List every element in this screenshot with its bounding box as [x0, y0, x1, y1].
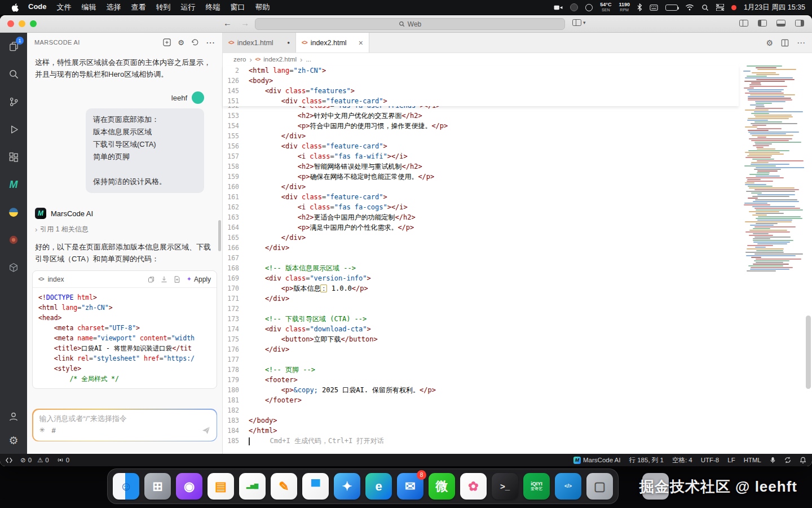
- dock-item-gray-app[interactable]: ▢: [586, 473, 613, 500]
- toggle-columns-icon[interactable]: [739, 20, 748, 27]
- copy-icon[interactable]: [148, 276, 155, 283]
- chat-settings-icon[interactable]: ⚙: [178, 38, 184, 47]
- code-line[interactable]: 181</footer>: [223, 395, 739, 405]
- camera-icon[interactable]: [554, 4, 563, 11]
- voice-icon[interactable]: [770, 457, 776, 464]
- reference-collapse[interactable]: › 引用 1 相关信息: [35, 225, 214, 234]
- code-line[interactable]: 155</div>: [223, 131, 739, 141]
- recording-indicator[interactable]: [731, 5, 736, 10]
- indentation[interactable]: 空格: 4: [672, 456, 692, 465]
- remote-indicator[interactable]: [6, 457, 12, 463]
- code-line[interactable]: <style>: [38, 364, 211, 374]
- package-ext-icon[interactable]: [7, 261, 20, 274]
- temperature-widget[interactable]: 54°C SEN: [600, 2, 611, 12]
- spotlight-search-icon[interactable]: [701, 4, 709, 11]
- dock-item-books[interactable]: ▤: [208, 473, 234, 500]
- sidebar-scrollbar[interactable]: [218, 220, 221, 251]
- code-line[interactable]: /* 全局样式 */: [38, 374, 211, 384]
- menu-item-6[interactable]: 运行: [176, 2, 201, 12]
- close-window-button[interactable]: [7, 20, 14, 27]
- bluetooth-icon[interactable]: [637, 3, 642, 11]
- dock-item-numbers[interactable]: ▂▅▇: [239, 473, 266, 500]
- forward-button[interactable]: →: [241, 18, 249, 28]
- dock-item-finder[interactable]: ☺: [113, 473, 139, 500]
- menu-item-7[interactable]: 终端: [201, 2, 226, 12]
- command-center-search[interactable]: Web: [255, 18, 565, 30]
- code-line[interactable]: 161<div class="feature-card">: [223, 192, 739, 202]
- encoding[interactable]: UTF-8: [701, 457, 720, 463]
- code-line[interactable]: 171</div>: [223, 294, 739, 304]
- dock-item-keynote[interactable]: ▀: [302, 473, 329, 500]
- toggle-sidebar-right-icon[interactable]: [795, 20, 804, 27]
- menu-item-4[interactable]: 查看: [126, 2, 151, 12]
- dock-item-safari[interactable]: ✦: [334, 473, 360, 500]
- code-line[interactable]: 126<body>: [223, 76, 739, 86]
- minimap[interactable]: [742, 65, 804, 279]
- code-line[interactable]: 179<footer>: [223, 375, 739, 385]
- back-button[interactable]: ←: [223, 18, 232, 28]
- code-line[interactable]: 154<p>符合中国用户的使用习惯，操作更便捷。</p>: [223, 121, 739, 131]
- code-line[interactable]: 151<div class="feature-card">: [223, 96, 739, 106]
- explorer-icon[interactable]: 1: [7, 40, 20, 53]
- code-line[interactable]: <title>口袋AI - 将世界知识装进口袋</tit: [38, 343, 211, 353]
- vertical-scrollbar[interactable]: [806, 316, 811, 389]
- minimize-window-button[interactable]: [19, 20, 25, 27]
- zoom-window-button[interactable]: [30, 20, 37, 27]
- drop-status-icon[interactable]: [585, 4, 593, 11]
- code-line[interactable]: 169<div class="version-info">: [223, 273, 739, 283]
- more-actions-icon[interactable]: ⋯: [797, 38, 805, 48]
- dock-item-edge[interactable]: e: [365, 473, 392, 500]
- insert-code-icon[interactable]: [161, 276, 167, 283]
- code-lines[interactable]: 152<i class="fas fa-user-friends"></i>15…: [223, 106, 739, 446]
- context-hash-button[interactable]: #: [52, 426, 56, 435]
- dock-item-iqiyi[interactable]: iQIYI爱奇艺: [523, 473, 550, 500]
- code-line[interactable]: 164<p>满足中国用户的个性化需求。</p>: [223, 222, 739, 233]
- python-icon[interactable]: [7, 205, 20, 219]
- vpn-status-icon[interactable]: [570, 3, 578, 11]
- menu-item-2[interactable]: 编辑: [77, 2, 102, 12]
- dock-item-photos[interactable]: ✿: [460, 473, 487, 500]
- code-line[interactable]: 172: [223, 304, 739, 314]
- database-ext-icon[interactable]: [7, 233, 20, 247]
- code-line[interactable]: 163<h2>更适合中国用户的功能定制</h2>: [223, 212, 739, 222]
- toggle-sidebar-left-icon[interactable]: [758, 20, 767, 27]
- code-line[interactable]: <meta name="viewport" content="width: [38, 333, 211, 343]
- code-line[interactable]: 162<i class="fas fa-cogs"></i>: [223, 202, 739, 212]
- bell-icon[interactable]: [800, 457, 806, 464]
- breadcrumb-folder[interactable]: zero: [233, 56, 246, 63]
- code-line[interactable]: 168<!-- 版本信息展示区域 -->: [223, 263, 739, 273]
- breadcrumb-symbol[interactable]: ...: [306, 56, 311, 63]
- history-icon[interactable]: [191, 38, 199, 46]
- tab-index2.html[interactable]: <>index2.html×: [296, 33, 369, 52]
- dock-item-wechat[interactable]: 微: [429, 473, 455, 500]
- code-line[interactable]: 184</html>: [223, 426, 739, 436]
- menu-item-9[interactable]: 帮助: [250, 2, 275, 12]
- ports-indicator[interactable]: 0: [57, 457, 69, 463]
- split-editor-icon[interactable]: [781, 39, 789, 47]
- menu-item-1[interactable]: 文件: [52, 2, 77, 12]
- keyboard-icon[interactable]: [650, 5, 658, 11]
- code-line[interactable]: <html lang="zh-CN">: [38, 303, 211, 313]
- more-actions-icon[interactable]: ⋯: [206, 37, 215, 48]
- code-line[interactable]: 2<html lang="zh-CN">: [223, 65, 739, 76]
- code-line[interactable]: 175<button>立即下载</button>: [223, 334, 739, 344]
- chat-scroll-area[interactable]: 这样，特性展示区域就会在页面的主体内容之后显示，并且与现有的导航栏和Hero区域…: [27, 52, 222, 409]
- code-line[interactable]: 165</div>: [223, 233, 739, 243]
- sticky-scroll[interactable]: 2<html lang="zh-CN">126<body>145<div cla…: [223, 65, 739, 106]
- battery-icon[interactable]: [665, 5, 678, 11]
- code-line[interactable]: 173<!-- 下载引导区域 (CTA) -->: [223, 314, 739, 324]
- code-line[interactable]: 156<div class="feature-card">: [223, 141, 739, 151]
- menu-item-5[interactable]: 转到: [151, 2, 176, 12]
- run-debug-icon[interactable]: [7, 122, 20, 136]
- fan-rpm-widget[interactable]: 1190 RPM: [619, 2, 630, 12]
- marscode-status-item[interactable]: M MarsCode AI: [573, 457, 620, 464]
- new-chat-icon[interactable]: [163, 38, 171, 46]
- code-line[interactable]: 182: [223, 405, 739, 415]
- apple-menu-icon[interactable]: [7, 3, 23, 12]
- apply-button[interactable]: ✦ Apply: [187, 275, 211, 283]
- code-line[interactable]: 183</body>: [223, 415, 739, 426]
- account-icon[interactable]: [7, 410, 20, 423]
- code-line[interactable]: 166</div>: [223, 243, 739, 253]
- problems-indicator[interactable]: ⊘0 ⚠0: [20, 456, 49, 464]
- dock-item-pages[interactable]: ✎: [271, 473, 297, 500]
